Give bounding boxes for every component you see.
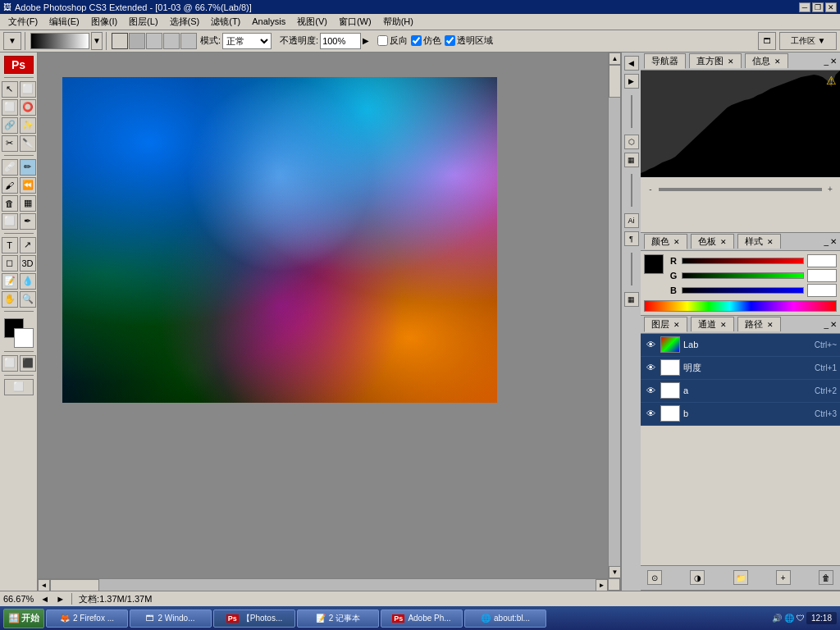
tab-color[interactable]: 颜色 ✕: [644, 234, 687, 249]
brush-style-2[interactable]: [129, 33, 145, 49]
tool-preset-btn[interactable]: ▼: [3, 32, 21, 50]
g-slider[interactable]: [682, 272, 804, 279]
tool-zoom[interactable]: 🔍: [20, 291, 36, 308]
taskbar-btn-firefox[interactable]: 🦊 2 Firefox ...: [46, 609, 128, 628]
panel-strip-layers[interactable]: ▦: [624, 292, 639, 307]
tool-brush[interactable]: ✏: [20, 159, 36, 176]
scroll-right-arrow[interactable]: ►: [596, 579, 608, 591]
brush-style-4[interactable]: [163, 33, 180, 49]
scroll-up-arrow[interactable]: ▲: [609, 52, 620, 65]
tool-rect-marquee[interactable]: ⬜: [2, 99, 18, 116]
add-layer-btn[interactable]: +: [776, 570, 791, 585]
reverse-checkbox[interactable]: [377, 35, 388, 46]
tool-path-select[interactable]: ↗: [20, 237, 36, 253]
menu-window[interactable]: 窗口(W): [334, 15, 377, 29]
b-slider[interactable]: [682, 287, 804, 294]
workspace-dropdown[interactable]: 工作区 ▼: [779, 32, 837, 50]
layer-visibility-a[interactable]: 👁: [644, 384, 657, 397]
tab-histogram[interactable]: 直方图 ✕: [689, 53, 742, 68]
g-value-input[interactable]: 0: [807, 269, 837, 282]
tool-ellipse-marquee[interactable]: ⭕: [20, 99, 36, 116]
tool-standard-mode[interactable]: ⬜: [2, 355, 18, 372]
menu-view[interactable]: 视图(V): [292, 15, 332, 29]
tool-hand[interactable]: ✋: [2, 291, 18, 308]
horizontal-scrollbar[interactable]: ◄ ►: [38, 578, 608, 591]
zoom-in-btn[interactable]: +: [825, 185, 835, 194]
tool-artboard[interactable]: ⬜: [20, 81, 36, 98]
tool-slice[interactable]: 🔪: [20, 135, 36, 152]
brush-style-3[interactable]: [146, 33, 162, 49]
tool-gradient[interactable]: ▦: [20, 195, 36, 212]
tool-lasso[interactable]: 🔗: [2, 117, 18, 134]
taskbar-btn-browser[interactable]: 🌐 about:bl...: [464, 609, 546, 628]
layer-visibility-lab[interactable]: 👁: [644, 338, 657, 351]
menu-analysis[interactable]: Analysis: [247, 16, 290, 27]
tool-eraser[interactable]: 🗑: [2, 195, 18, 212]
group-layers-btn[interactable]: 📁: [733, 570, 748, 585]
dither-checkbox[interactable]: [411, 35, 422, 46]
tab-channels-close[interactable]: ✕: [720, 321, 727, 329]
fill-layer-btn[interactable]: ⊙: [647, 570, 662, 585]
taskbar-btn-windows[interactable]: 🗔 2 Windo...: [130, 609, 212, 628]
tab-info-close[interactable]: ✕: [774, 57, 781, 66]
tool-quick-mask[interactable]: ⬛: [20, 355, 36, 372]
layers-panel-close[interactable]: ✕: [830, 320, 837, 329]
tab-layers-close[interactable]: ✕: [673, 321, 680, 329]
opacity-stepper[interactable]: ▶: [363, 36, 369, 45]
tool-dodge[interactable]: ⬜: [2, 213, 18, 230]
delete-layer-btn[interactable]: 🗑: [819, 570, 833, 585]
gradient-dropdown-btn[interactable]: ▼: [91, 32, 103, 50]
zoom-stepper-left[interactable]: ◄: [40, 594, 49, 604]
tab-styles[interactable]: 样式 ✕: [737, 234, 781, 249]
menu-select[interactable]: 选择(S): [165, 15, 205, 29]
tab-histogram-close[interactable]: ✕: [728, 57, 734, 66]
minimize-button[interactable]: ─: [799, 2, 810, 12]
menu-file[interactable]: 文件(F): [3, 15, 43, 29]
color-spectrum[interactable]: [644, 300, 837, 312]
taskbar-btn-notepad[interactable]: 📝 2 记事本: [297, 609, 379, 628]
color-panel-close[interactable]: ✕: [830, 237, 837, 246]
tool-move[interactable]: ↖: [2, 81, 18, 98]
menu-layer[interactable]: 图层(L): [124, 15, 162, 29]
tab-swatches[interactable]: 色板 ✕: [691, 234, 734, 249]
panel-strip-tool2[interactable]: ▦: [624, 153, 639, 167]
tool-shape[interactable]: ◻: [2, 255, 18, 272]
gradient-preview[interactable]: [30, 33, 89, 49]
tool-eyedropper[interactable]: 💧: [20, 273, 36, 290]
tab-swatches-close[interactable]: ✕: [720, 238, 727, 246]
color-swatch[interactable]: [644, 254, 664, 274]
scroll-down-arrow[interactable]: ▼: [609, 566, 620, 578]
tool-stamp[interactable]: 🖌: [2, 177, 18, 194]
scroll-v-track[interactable]: [609, 65, 620, 566]
tab-paths-close[interactable]: ✕: [767, 321, 774, 329]
tool-heal[interactable]: 🩹: [2, 159, 18, 176]
panel-strip-tool4[interactable]: ¶: [624, 231, 639, 246]
taskbar-btn-photoshop[interactable]: Ps 【Photos...: [213, 609, 295, 628]
layers-panel-min[interactable]: _: [824, 320, 829, 329]
layer-visibility-lightness[interactable]: 👁: [644, 361, 657, 374]
layer-row-b[interactable]: 👁 b Ctrl+3: [641, 403, 840, 426]
navigator-panel-menu[interactable]: ✕: [830, 57, 837, 66]
tab-navigator[interactable]: 导航器: [644, 53, 686, 69]
tool-text[interactable]: T: [2, 237, 18, 253]
tab-color-close[interactable]: ✕: [673, 238, 680, 246]
zoom-slider[interactable]: [659, 188, 822, 191]
tool-screen-mode[interactable]: ⬜: [4, 379, 34, 395]
menu-image[interactable]: 图像(I): [86, 15, 122, 29]
r-slider[interactable]: [682, 258, 804, 264]
tab-styles-close[interactable]: ✕: [767, 238, 774, 246]
r-value-input[interactable]: 0: [807, 254, 837, 267]
layer-row-a[interactable]: 👁 a Ctrl+2: [641, 380, 840, 403]
layer-visibility-b[interactable]: 👁: [644, 407, 657, 420]
transparency-checkbox[interactable]: [445, 35, 455, 46]
panel-strip-expand[interactable]: ▶: [624, 74, 639, 89]
panel-strip-tool1[interactable]: ⬡: [624, 135, 639, 149]
color-panel-min[interactable]: _: [824, 237, 829, 246]
start-button[interactable]: 🪟 开始: [3, 609, 44, 628]
tool-pen[interactable]: ✒: [20, 213, 36, 230]
scroll-left-arrow[interactable]: ◄: [38, 579, 50, 591]
b-value-input[interactable]: 0: [807, 284, 837, 297]
zoom-stepper-right[interactable]: ►: [56, 594, 65, 604]
vertical-scrollbar[interactable]: ▲ ▼: [608, 52, 620, 578]
layer-row-lab[interactable]: 👁 Lab Ctrl+~: [641, 334, 840, 357]
